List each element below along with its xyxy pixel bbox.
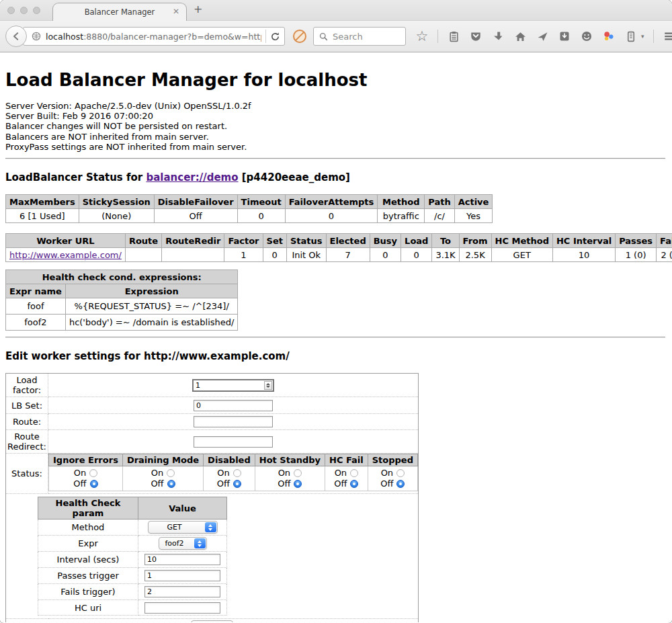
- health-check-expressions-table: Health check cond. expressions: Expr nam…: [5, 269, 238, 331]
- health-check-param-table: Health Check param Value Method GET: [38, 497, 227, 616]
- column-header: Value: [138, 497, 227, 520]
- cell: 2 (0): [657, 248, 672, 262]
- column-header: Elected: [326, 234, 370, 248]
- load-factor-input[interactable]: 1: [192, 379, 274, 392]
- tab-close-icon[interactable]: ✕: [173, 7, 179, 16]
- lb-set-input[interactable]: [194, 400, 273, 411]
- reload-icon: [270, 32, 280, 42]
- cell: 1 (0): [616, 248, 657, 262]
- tab-balancer-manager[interactable]: Balancer Manager ✕: [52, 3, 187, 21]
- column-header: Health Check param: [38, 497, 138, 520]
- cell: 0: [401, 248, 432, 262]
- colored-dots-icon[interactable]: [602, 30, 616, 43]
- status-table: Ignore Errors Draining Mode Disabled Hot…: [48, 454, 418, 491]
- hc-interval-input[interactable]: [144, 554, 220, 565]
- zoom-window-button[interactable]: [33, 7, 40, 14]
- radio-off[interactable]: [167, 480, 175, 488]
- radio-off[interactable]: [396, 480, 405, 488]
- submit-button[interactable]: Submit: [191, 620, 233, 622]
- cell: foof: [6, 298, 66, 315]
- back-arrow-icon: [11, 32, 21, 41]
- bookmark-star-icon[interactable]: ☆: [415, 30, 429, 43]
- on-label: On: [381, 468, 393, 479]
- browser-window: Balancer Manager ✕ + localhost:8880/bala…: [0, 0, 672, 623]
- radio-on[interactable]: [167, 469, 175, 477]
- panel-dropdown-caret-icon[interactable]: ▾: [641, 33, 644, 40]
- url-text[interactable]: localhost:8880/balancer-manager?b=demo&w…: [46, 32, 261, 42]
- cell: 0: [263, 248, 286, 262]
- route-redirect-input[interactable]: [194, 436, 273, 448]
- home-icon[interactable]: [513, 30, 527, 43]
- column-header: Passes: [616, 234, 657, 248]
- url-bar[interactable]: localhost:8880/balancer-manager?b=demo&w…: [23, 27, 285, 46]
- window-controls: [7, 7, 40, 14]
- column-header: FailoverAttempts: [285, 195, 378, 209]
- hc-expr-select[interactable]: foof2: [159, 537, 207, 550]
- loadbalancer-status-heading: LoadBalancer Status for balancer://demo …: [5, 171, 665, 183]
- hc-uri-input[interactable]: [144, 602, 220, 614]
- off-label: Off: [278, 479, 290, 489]
- forget-smiley-icon[interactable]: [580, 30, 593, 43]
- column-header: Expression: [65, 284, 238, 298]
- radio-on[interactable]: [396, 469, 405, 477]
- radio-off[interactable]: [350, 480, 358, 488]
- status-hot-standby-cell: On Off: [255, 466, 325, 491]
- pocket-icon[interactable]: [469, 30, 482, 43]
- save-to-device-icon[interactable]: [558, 30, 571, 43]
- tab-title: Balancer Manager: [85, 7, 155, 17]
- route-redirect-label: Route Redirect:: [6, 430, 48, 454]
- cell: GET: [491, 248, 552, 262]
- search-input[interactable]: Search: [313, 27, 406, 46]
- column-header: Draining Mode: [122, 454, 203, 466]
- radio-on[interactable]: [233, 469, 241, 477]
- column-header: Active: [454, 195, 493, 209]
- route-label: Route:: [6, 414, 48, 430]
- select-arrows-icon: [205, 522, 216, 532]
- column-header: From: [459, 234, 491, 248]
- number-stepper-icon[interactable]: [264, 381, 272, 390]
- off-label: Off: [217, 479, 230, 489]
- back-button[interactable]: [5, 26, 27, 47]
- minimize-window-button[interactable]: [20, 7, 28, 14]
- load-factor-label: Load factor:: [6, 374, 48, 397]
- cell: 0: [285, 209, 378, 223]
- off-label: Off: [73, 479, 86, 489]
- new-tab-button[interactable]: +: [194, 3, 202, 15]
- route-input[interactable]: [194, 416, 273, 427]
- hc-passes-label: Passes trigger: [38, 568, 138, 584]
- hc-method-select[interactable]: GET: [148, 521, 218, 534]
- hc-expr-label: Expr: [38, 536, 138, 552]
- radio-off[interactable]: [90, 480, 98, 488]
- hc-fails-input[interactable]: [144, 586, 220, 597]
- reload-button[interactable]: [270, 32, 280, 42]
- column-header: Set: [263, 234, 286, 248]
- close-window-button[interactable]: [7, 7, 15, 14]
- hc-passes-input[interactable]: [144, 570, 220, 581]
- radio-off[interactable]: [294, 480, 302, 488]
- content-blocked-icon[interactable]: [293, 30, 306, 43]
- sidebar-panel-icon[interactable]: [624, 30, 638, 43]
- history-clipboard-icon[interactable]: [447, 30, 460, 43]
- status-label: Status:: [6, 454, 48, 494]
- column-header: MaxMembers: [6, 195, 79, 209]
- radio-on[interactable]: [294, 469, 302, 477]
- cell: Init Ok: [286, 248, 326, 262]
- cell: foof2: [6, 315, 66, 331]
- column-header: Method: [378, 195, 425, 209]
- send-page-icon[interactable]: [536, 30, 549, 43]
- status-disabled-cell: On Off: [204, 466, 255, 491]
- column-header: Hot Standby: [255, 454, 325, 466]
- cell: (None): [79, 209, 154, 223]
- worker-status-table: Worker URL Route RouteRedir Factor Set S…: [5, 233, 672, 262]
- expr-table-title: Health check cond. expressions:: [6, 270, 238, 284]
- downloads-icon[interactable]: [491, 30, 505, 43]
- balancer-demo-link[interactable]: balancer://demo: [146, 171, 238, 183]
- radio-on[interactable]: [350, 469, 358, 477]
- menu-hamburger-icon[interactable]: [663, 30, 672, 43]
- worker-url-link[interactable]: http://www.example.com/: [9, 250, 122, 260]
- radio-off[interactable]: [233, 480, 241, 488]
- hc-expr-value: foof2: [159, 539, 190, 548]
- divider: [5, 158, 665, 159]
- radio-on[interactable]: [89, 469, 97, 477]
- cell: /c/: [425, 209, 454, 223]
